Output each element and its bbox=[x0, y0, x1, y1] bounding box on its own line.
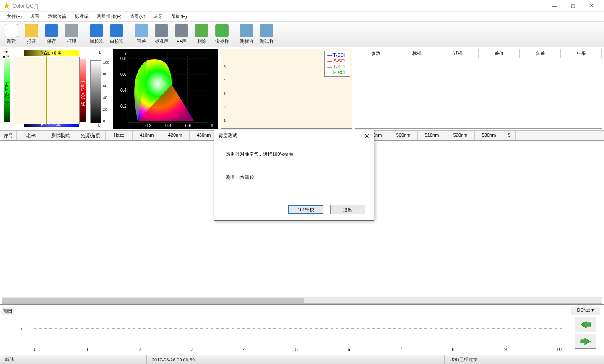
svg-text:0.2: 0.2 bbox=[120, 104, 127, 109]
toolbar-label: ++库 bbox=[177, 38, 187, 44]
toolbar-whitecal[interactable]: 白校准 bbox=[107, 23, 126, 46]
lstar-bar: +L* 100 80 60 40 20 0 L* bbox=[89, 50, 111, 130]
toolbar-save[interactable]: 保存 bbox=[42, 23, 61, 46]
save-icon bbox=[45, 24, 58, 37]
svg-text:0.8: 0.8 bbox=[120, 56, 127, 61]
menubar: 文件(F) 设置 数据传输 标准库 测量操作(E) 查看(V) 蓝牙 帮助(H) bbox=[0, 12, 604, 22]
grid-header-cell[interactable]: 420nm bbox=[161, 131, 190, 140]
minimize-button[interactable]: — bbox=[545, 0, 564, 12]
toolbar-print[interactable]: 打印 bbox=[62, 23, 81, 46]
pplib-icon bbox=[175, 24, 188, 37]
grid-header-cell[interactable]: 测试模式 bbox=[45, 131, 76, 140]
grid-header-cell[interactable]: 5 bbox=[503, 131, 516, 140]
grid-header-cell[interactable]: 光源/角度 bbox=[76, 131, 106, 140]
blackcal-icon bbox=[90, 24, 103, 37]
param-header: 标样 bbox=[396, 49, 437, 58]
dialog-close-icon[interactable]: ✕ bbox=[364, 133, 370, 139]
param-header: 试样 bbox=[437, 49, 479, 58]
menu-file[interactable]: 文件(F) bbox=[3, 12, 26, 21]
svg-text:0.6: 0.6 bbox=[185, 123, 192, 128]
maximize-button[interactable]: ▢ bbox=[564, 0, 582, 12]
x-axis-label: x bbox=[211, 122, 213, 127]
print-icon bbox=[65, 24, 78, 37]
grid-header-cell[interactable]: 510nm bbox=[418, 131, 446, 140]
grid-header-cell[interactable]: 序号 bbox=[0, 131, 17, 140]
toolbar-label: 打印 bbox=[67, 38, 76, 44]
dialog-100cal-button[interactable]: 100%校 bbox=[288, 205, 323, 214]
toolbar-new[interactable]: 新建 bbox=[2, 23, 21, 46]
toolbar-label: 容差 bbox=[137, 38, 146, 44]
toolbar-label: 黑校准 bbox=[90, 38, 104, 44]
param-header: 容差 bbox=[520, 49, 561, 58]
toolbar-stdlib[interactable]: 标准库 bbox=[152, 23, 171, 46]
svg-text:0.4: 0.4 bbox=[120, 88, 127, 93]
next-button[interactable] bbox=[575, 334, 596, 349]
stdlib-icon bbox=[155, 24, 168, 37]
param-header: 结果 bbox=[561, 49, 602, 58]
axis-left: [-Δa, -0,绿] bbox=[4, 59, 10, 122]
grid-header-cell[interactable]: 520nm bbox=[446, 131, 475, 140]
toolbar-blackcal[interactable]: 黑校准 bbox=[87, 23, 106, 46]
toolbar-label: 打开 bbox=[27, 38, 36, 44]
toolbar-meassample[interactable]: 测试样 bbox=[257, 23, 276, 46]
cie-chromaticity-chart: x y 0.2 0.4 0.6 0.2 0.4 0.6 0.8 bbox=[113, 49, 218, 129]
grid-header-cell[interactable]: 410nm bbox=[133, 131, 161, 140]
status-usb: USB已经连接 bbox=[445, 355, 483, 364]
whitecal-icon bbox=[110, 24, 123, 37]
haze-test-dialog: 雾度测试 ✕ 透射孔对准空气，进行100%校准 测量口放黑腔 100%校 退出 bbox=[214, 130, 374, 221]
grid-header-cell[interactable]: 名称 bbox=[17, 131, 45, 140]
grid-header-cell[interactable]: Haze bbox=[106, 131, 133, 140]
dialog-text-2: 测量口放黑腔 bbox=[226, 173, 362, 182]
toolbar-measstd[interactable]: 测标样 bbox=[237, 23, 256, 46]
lab-plot-area bbox=[13, 57, 80, 124]
svg-marker-18 bbox=[581, 321, 591, 328]
toolbar-tolerance[interactable]: 容差 bbox=[132, 23, 151, 46]
close-button[interactable]: ✕ bbox=[582, 0, 601, 12]
titlebar: Color QC[*] — ▢ ✕ bbox=[0, 0, 604, 12]
svg-text:0.6: 0.6 bbox=[120, 72, 127, 77]
toolbar-label: 设标样 bbox=[215, 38, 229, 44]
bottom-right-controls: DE*ab ▾ bbox=[569, 307, 602, 353]
dialog-text-1: 透射孔对准空气，进行100%校准 bbox=[226, 150, 362, 158]
menu-help[interactable]: 帮助(H) bbox=[167, 12, 191, 21]
dialog-exit-button[interactable]: 退出 bbox=[330, 205, 365, 214]
statusbar: 就绪 2017-08-26 09:06:59 USB已经连接 bbox=[0, 355, 604, 364]
toolbar-label: 白校准 bbox=[110, 38, 124, 44]
deab-trend-chart: 0 012345678910 bbox=[17, 307, 566, 353]
toolbar-pplib[interactable]: ++库 bbox=[172, 23, 191, 46]
meassample-icon bbox=[260, 24, 273, 37]
toolbar-recycle[interactable]: 删除 bbox=[192, 23, 211, 46]
dialog-title: 雾度测试 bbox=[219, 133, 237, 139]
svg-marker-0 bbox=[4, 3, 10, 9]
project-button[interactable]: 项目 bbox=[2, 307, 14, 315]
menu-transfer[interactable]: 数据传输 bbox=[44, 12, 70, 21]
arrow-right-icon bbox=[580, 337, 591, 346]
toolbar-label: 测标样 bbox=[240, 38, 254, 44]
prev-button[interactable] bbox=[575, 317, 596, 332]
menu-view[interactable]: 查看(V) bbox=[126, 12, 150, 21]
deab-selector[interactable]: DE*ab ▾ bbox=[571, 307, 600, 315]
menu-settings[interactable]: 设置 bbox=[26, 12, 44, 21]
window-title: Color QC[*] bbox=[13, 3, 545, 9]
spectral-legend: — T-SCI — S-SCI — T-SCE — S-SCE bbox=[324, 51, 350, 77]
horizontal-scrollbar[interactable] bbox=[2, 297, 602, 304]
recycle-icon bbox=[195, 24, 208, 37]
param-header: 差值 bbox=[479, 49, 520, 58]
svg-marker-19 bbox=[581, 338, 591, 345]
axis-right: [+Δa, +0,红] bbox=[80, 59, 86, 122]
status-ready: 就绪 bbox=[0, 355, 147, 364]
spectral-chart: 1 2 3 4 5 — T-SCI — S-SCI — T-SCE — S-SC… bbox=[221, 49, 352, 129]
toolbar-setstd[interactable]: 设标样 bbox=[212, 23, 232, 46]
toolbar-label: 标准库 bbox=[155, 38, 169, 44]
menu-bluetooth[interactable]: 蓝牙 bbox=[149, 12, 167, 21]
toolbar-open[interactable]: 打开 bbox=[22, 23, 41, 46]
menu-measure[interactable]: 测量操作(E) bbox=[93, 12, 126, 21]
open-icon bbox=[25, 24, 38, 37]
app-icon bbox=[3, 3, 10, 9]
toolbar: 新建打开保存打印黑校准白校准容差标准库++库删除设标样测标样测试样 bbox=[0, 22, 604, 47]
grid-header-cell[interactable]: 500nm bbox=[389, 131, 418, 140]
setstd-icon bbox=[215, 24, 229, 37]
toolbar-label: 新建 bbox=[7, 38, 16, 44]
menu-stdlib[interactable]: 标准库 bbox=[70, 12, 93, 21]
grid-header-cell[interactable]: 530nm bbox=[475, 131, 503, 140]
